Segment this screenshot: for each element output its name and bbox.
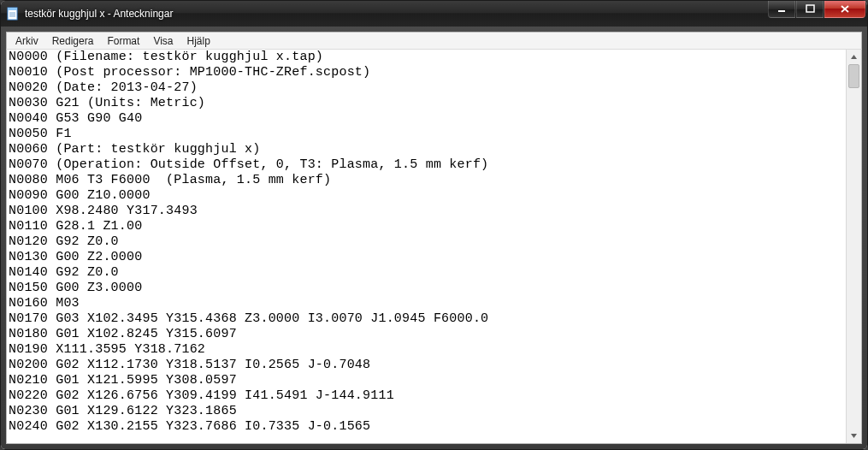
client-area: N0000 (Filename: testkör kugghjul x.tap)… <box>6 50 862 444</box>
window-title: testkör kugghjul x - Anteckningar <box>25 8 173 20</box>
svg-rect-5 <box>778 10 785 12</box>
minimize-button[interactable] <box>768 1 795 18</box>
menu-visa[interactable]: Visa <box>146 33 180 49</box>
maximize-button[interactable] <box>796 1 824 18</box>
notepad-icon <box>6 7 20 21</box>
menu-redigera[interactable]: Redigera <box>45 33 101 49</box>
scroll-thumb[interactable] <box>848 64 859 88</box>
scroll-track[interactable] <box>847 64 861 429</box>
menu-hjalp[interactable]: Hjälp <box>180 33 217 49</box>
window-frame: Arkiv Redigera Format Visa Hjälp N0000 (… <box>1 27 867 449</box>
close-button[interactable] <box>824 1 865 18</box>
scroll-down-button[interactable] <box>847 429 861 443</box>
text-editor[interactable]: N0000 (Filename: testkör kugghjul x.tap)… <box>7 50 846 443</box>
vertical-scrollbar[interactable] <box>846 50 861 443</box>
svg-rect-1 <box>8 8 17 10</box>
svg-marker-10 <box>851 434 857 438</box>
scroll-up-button[interactable] <box>847 50 861 64</box>
svg-marker-9 <box>851 55 857 59</box>
window-controls <box>768 1 865 18</box>
menu-arkiv[interactable]: Arkiv <box>9 33 45 49</box>
svg-rect-6 <box>806 5 814 12</box>
titlebar[interactable]: testkör kugghjul x - Anteckningar <box>1 1 867 27</box>
notepad-window: testkör kugghjul x - Anteckningar Arkiv … <box>0 0 868 450</box>
menu-format[interactable]: Format <box>100 33 146 49</box>
menubar: Arkiv Redigera Format Visa Hjälp <box>6 32 862 50</box>
